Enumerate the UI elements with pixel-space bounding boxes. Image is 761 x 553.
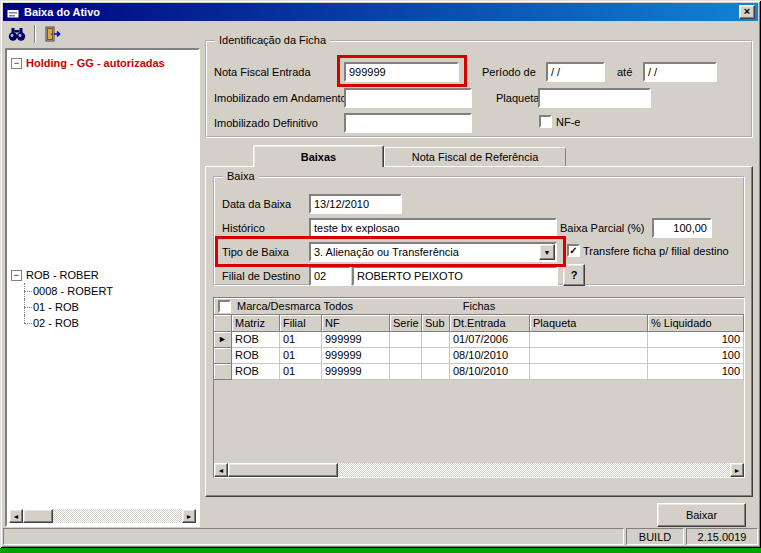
cell-dt-entrada: 08/10/2010 <box>450 364 530 380</box>
tab-nota-fiscal-referencia[interactable]: Nota Fiscal de Referência <box>384 147 566 166</box>
tree-group-label: ROB - ROBER <box>26 269 99 281</box>
tree-horizontal-scrollbar: ◄ ► <box>9 509 196 523</box>
scroll-left-button[interactable]: ◄ <box>9 509 23 523</box>
column-header-nf: NF <box>322 315 390 332</box>
scroll-track[interactable] <box>228 463 730 477</box>
tree-children: 0008 - ROBERT 01 - ROB 02 - ROB <box>19 283 194 331</box>
collapse-icon[interactable]: − <box>11 58 22 69</box>
cell-plaqueta <box>530 364 648 380</box>
toolbar <box>4 22 66 46</box>
help-button[interactable]: ? <box>563 264 585 286</box>
scroll-thumb[interactable] <box>228 463 338 477</box>
column-header-filial: Filial <box>280 315 322 332</box>
identificacao-title: Identificação da Ficha <box>215 34 330 46</box>
cell-matriz: ROB <box>232 364 280 380</box>
baixar-label: Baixar <box>686 509 717 521</box>
tree-node-01[interactable]: 01 - ROB <box>19 299 194 315</box>
cell-nf: 999999 <box>322 348 390 364</box>
tree-child-label: 01 - ROB <box>33 301 79 313</box>
tree-node-rob[interactable]: − ROB - ROBER <box>11 267 194 283</box>
tree-node-holding[interactable]: − Holding - GG - autorizadas <box>11 55 194 71</box>
baixar-button[interactable]: Baixar <box>657 503 746 527</box>
imobilizado-definitivo-label: Imobilizado Definitivo <box>214 117 318 129</box>
collapse-icon[interactable]: − <box>11 270 22 281</box>
tab-label: Nota Fiscal de Referência <box>412 151 539 163</box>
search-button[interactable] <box>4 23 30 45</box>
periodo-ate-input[interactable]: / / <box>643 62 717 82</box>
tipo-baixa-value: 3. Alienação ou Transferência <box>311 244 539 260</box>
grid-horizontal-scrollbar: ◄ ► <box>214 463 744 477</box>
tab-baixas[interactable]: Baixas <box>253 145 384 167</box>
table-row[interactable]: ROB 01 999999 08/10/2010 100 <box>214 348 744 364</box>
scroll-right-button[interactable]: ► <box>730 463 744 477</box>
exit-button[interactable] <box>40 23 66 45</box>
version-label: 2.15.0019 <box>698 531 747 543</box>
cell-dt-entrada: 01/07/2006 <box>450 332 530 348</box>
transfere-label: Transfere ficha p/ filial destino <box>583 245 729 257</box>
exit-door-icon <box>44 26 62 42</box>
nota-fiscal-entrada-label: Nota Fiscal Entrada <box>214 66 311 78</box>
titlebar: Baixa do Ativo × <box>3 3 758 21</box>
column-header-matriz: Matriz <box>232 315 280 332</box>
tree-root-label: Holding - GG - autorizadas <box>26 57 165 69</box>
close-button[interactable]: × <box>739 5 755 19</box>
tipo-baixa-label: Tipo de Baixa <box>222 246 289 258</box>
imobilizado-definitivo-input[interactable] <box>344 113 472 133</box>
cell-matriz: ROB <box>232 332 280 348</box>
scroll-thumb[interactable] <box>23 509 53 523</box>
filial-destino-input[interactable]: 02 <box>309 266 351 286</box>
periodo-de-input[interactable]: / / <box>546 62 605 82</box>
historico-label: Histórico <box>222 222 265 234</box>
dropdown-arrow-icon[interactable]: ▼ <box>539 244 555 260</box>
historico-input[interactable]: teste bx explosao <box>309 218 557 238</box>
grid-header-row: Matriz Filial NF Serie Sub Dt.Entrada Pl… <box>214 315 744 332</box>
column-header-dt-entrada: Dt.Entrada <box>450 315 530 332</box>
cell-sub <box>422 332 450 348</box>
cell-plaqueta <box>530 348 648 364</box>
table-row[interactable]: ROB 01 999999 08/10/2010 100 <box>214 364 744 380</box>
baixa-parcial-input[interactable]: 100,00 <box>652 218 712 238</box>
row-indicator <box>214 364 232 380</box>
cell-liquidado: 100 <box>648 348 744 364</box>
status-panel-build: BUILD <box>626 528 684 545</box>
column-header-sub: Sub <box>422 315 450 332</box>
toolbar-separator <box>34 25 36 43</box>
window-title: Baixa do Ativo <box>24 6 739 18</box>
baixa-title: Baixa <box>223 170 259 182</box>
plaqueta-input[interactable] <box>538 88 651 108</box>
tab-label: Baixas <box>301 151 336 163</box>
cell-filial: 01 <box>280 332 322 348</box>
scroll-left-button[interactable]: ◄ <box>214 463 228 477</box>
tree-child-label: 02 - ROB <box>33 317 79 329</box>
desktop-background-strip <box>0 548 761 553</box>
statusbar: BUILD 2.15.0019 <box>3 528 758 545</box>
select-all-checkbox[interactable] <box>218 300 231 313</box>
status-panel-main <box>3 528 624 545</box>
scroll-right-button[interactable]: ► <box>182 509 196 523</box>
nota-fiscal-entrada-input[interactable]: 999999 <box>344 62 459 82</box>
column-header-indicator <box>214 315 232 332</box>
nfe-checkbox[interactable] <box>539 115 552 128</box>
cell-liquidado: 100 <box>648 332 744 348</box>
cell-serie <box>390 348 422 364</box>
filial-destino-nome: ROBERTO PEIXOTO <box>352 266 558 286</box>
tree-node-0008[interactable]: 0008 - ROBERT <box>19 283 194 299</box>
transfere-checkbox[interactable]: ✓ <box>567 244 580 257</box>
cell-serie <box>390 364 422 380</box>
cell-filial: 01 <box>280 364 322 380</box>
tree-child-label: 0008 - ROBERT <box>33 285 113 297</box>
cell-nf: 999999 <box>322 332 390 348</box>
cell-plaqueta <box>530 332 648 348</box>
tipo-baixa-select[interactable]: 3. Alienação ou Transferência ▼ <box>309 242 557 262</box>
filial-destino-label: Filial de Destino <box>222 270 300 282</box>
imobilizado-andamento-input[interactable] <box>344 88 472 108</box>
column-header-serie: Serie <box>390 315 422 332</box>
tree-group: − ROB - ROBER 0008 - ROBERT 01 - ROB 02 … <box>11 267 194 331</box>
nfe-label: NF-e <box>556 116 580 128</box>
data-baixa-label: Data da Baixa <box>222 198 291 210</box>
tree-node-02[interactable]: 02 - ROB <box>19 315 194 331</box>
table-row[interactable]: ► ROB 01 999999 01/07/2006 100 <box>214 332 744 348</box>
data-baixa-input[interactable]: 13/12/2010 <box>309 194 402 214</box>
periodo-de-label: Período de <box>482 66 536 78</box>
scroll-track[interactable] <box>23 509 182 523</box>
